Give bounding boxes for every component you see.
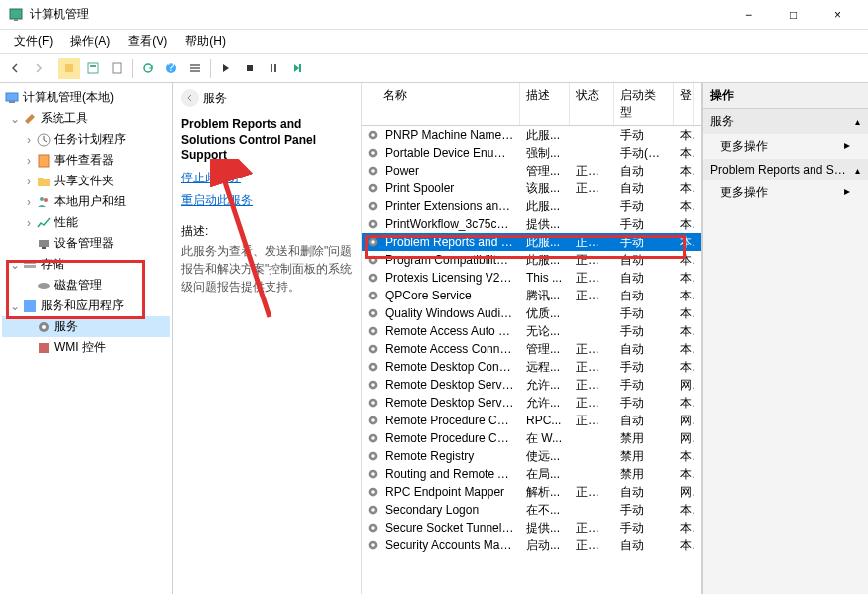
detail-back-icon[interactable]	[181, 89, 199, 107]
cell-desc: 解析...	[520, 484, 570, 501]
tree-local-users[interactable]: › 本地用户和组	[2, 191, 170, 212]
service-row[interactable]: Remote Desktop Configu...远程...正在...手动本	[362, 358, 701, 376]
cell-start: 自动	[614, 163, 674, 179]
close-button[interactable]: ×	[815, 0, 860, 30]
svg-point-34	[371, 151, 375, 155]
stop-service-link[interactable]: 停止此服务	[181, 170, 353, 186]
tree-device-manager[interactable]: 设备管理器	[2, 233, 170, 254]
cell-desc: 提供...	[520, 520, 570, 536]
list-header[interactable]: 名称 描述 状态 启动类型 登	[362, 83, 701, 126]
description-label: 描述:	[181, 223, 353, 240]
service-row[interactable]: Print Spooler该服...正在...自动本	[362, 179, 701, 197]
tree-pane[interactable]: 计算机管理(本地) ⌄ 系统工具 › 任务计划程序 › 事件查看器 › 共享文件…	[0, 83, 173, 594]
service-row[interactable]: Printer Extensions and N...此服...手动本	[362, 197, 701, 215]
cell-as: 本	[674, 234, 694, 251]
col-status[interactable]: 状态	[570, 83, 614, 125]
col-as[interactable]: 登	[674, 83, 694, 125]
service-row[interactable]: Remote Procedure Call (...在 W...禁用网	[362, 429, 701, 447]
cell-as: 本	[674, 395, 694, 412]
list-button[interactable]	[184, 58, 206, 79]
service-row[interactable]: Program Compatibility A...此服...正在...自动本	[362, 251, 701, 269]
stop-button[interactable]	[239, 58, 261, 79]
cell-name: RPC Endpoint Mapper	[380, 485, 520, 499]
cell-desc: 腾讯...	[520, 288, 570, 304]
cell-desc: 此服...	[520, 252, 570, 269]
menu-action[interactable]: 操作(A)	[62, 31, 118, 52]
export-button[interactable]	[106, 58, 128, 79]
minimize-button[interactable]: −	[726, 0, 771, 30]
window-title: 计算机管理	[30, 6, 726, 23]
service-row[interactable]: Remote Procedure Call (...RPC...正在...自动网	[362, 412, 701, 429]
detail-title-header: 服务	[203, 90, 227, 107]
service-row[interactable]: Protexis Licensing V2 x64This ...正在...自动…	[362, 269, 701, 287]
svg-rect-11	[190, 70, 200, 72]
service-row[interactable]: Secondary Logon在不...手动本	[362, 501, 701, 519]
refresh-button[interactable]	[137, 58, 159, 79]
properties-button[interactable]	[82, 58, 104, 79]
back-button[interactable]	[4, 58, 26, 79]
service-row[interactable]: Remote Registry使远...禁用本	[362, 447, 701, 465]
performance-icon	[36, 215, 52, 231]
restart-service-link[interactable]: 重启动此服务	[181, 192, 353, 209]
service-row[interactable]: Remote Access Connecti...管理...正在...自动本	[362, 340, 701, 358]
service-row[interactable]: Quality Windows Audio V...优质...手动本	[362, 304, 701, 322]
computer-icon	[4, 90, 20, 106]
actions-header: 操作	[703, 83, 868, 109]
cell-as: 本	[674, 288, 694, 304]
tree-services[interactable]: 服务	[2, 316, 170, 337]
pause-button[interactable]	[263, 58, 284, 79]
tree-disk-management[interactable]: 磁盘管理	[2, 275, 170, 296]
service-row[interactable]: Problem Reports and Sol...此服...正在...手动本	[362, 233, 701, 251]
service-row[interactable]: RPC Endpoint Mapper解析...正在...自动网	[362, 483, 701, 501]
up-button[interactable]	[58, 58, 80, 79]
tree-shared-folders[interactable]: › 共享文件夹	[2, 171, 170, 191]
tree-services-apps[interactable]: ⌄ 服务和应用程序	[2, 296, 170, 316]
tree-root[interactable]: 计算机管理(本地)	[2, 87, 170, 108]
tree-system-tools[interactable]: ⌄ 系统工具	[2, 108, 170, 129]
actions-group-selected[interactable]: Problem Reports and Sol...▴	[703, 159, 868, 180]
service-row[interactable]: PrintWorkflow_3c75c03d提供...手动本	[362, 215, 701, 233]
toolbar: ?	[0, 54, 868, 83]
restart-button[interactable]	[286, 58, 308, 79]
cell-start: 手动(触发...	[614, 145, 674, 162]
cell-start: 禁用	[614, 430, 674, 447]
help-button[interactable]: ?	[161, 58, 182, 79]
col-desc[interactable]: 描述	[520, 83, 570, 125]
menu-view[interactable]: 查看(V)	[120, 31, 175, 52]
tree-storage[interactable]: ⌄ 存储	[2, 254, 170, 275]
service-row[interactable]: QPCore Service腾讯...正在...自动本	[362, 287, 701, 304]
actions-group-services[interactable]: 服务▴	[703, 109, 868, 134]
maximize-button[interactable]: □	[771, 0, 815, 30]
service-row[interactable]: Security Accounts Manag...启动...正在...自动本	[362, 536, 701, 554]
col-start[interactable]: 启动类型	[614, 83, 674, 125]
menu-help[interactable]: 帮助(H)	[177, 31, 234, 52]
cell-start: 自动	[614, 413, 674, 429]
cell-desc: 该服...	[520, 180, 570, 197]
col-name[interactable]: 名称	[362, 83, 520, 125]
service-row[interactable]: PNRP Machine Name Pu...此服...手动本	[362, 126, 701, 144]
service-row[interactable]: Routing and Remote Acc...在局...禁用本	[362, 465, 701, 483]
play-button[interactable]	[215, 58, 237, 79]
action-more-2[interactable]: 更多操作 ▸	[703, 180, 868, 205]
cell-start: 禁用	[614, 448, 674, 465]
tree-event-viewer[interactable]: › 事件查看器	[2, 150, 170, 171]
menu-file[interactable]: 文件(F)	[6, 31, 60, 52]
forward-button[interactable]	[28, 58, 50, 79]
cell-start: 自动	[614, 537, 674, 554]
tree-wmi[interactable]: WMI 控件	[2, 337, 170, 358]
cell-start: 自动	[614, 270, 674, 287]
list-body[interactable]: PNRP Machine Name Pu...此服...手动本Portable …	[362, 126, 701, 594]
action-more-1[interactable]: 更多操作 ▸	[703, 134, 868, 159]
cell-status: 正在...	[570, 484, 614, 501]
tree-performance[interactable]: › 性能	[2, 212, 170, 233]
service-row[interactable]: Remote Desktop Service...允许...正在...手动本	[362, 394, 701, 412]
service-row[interactable]: Portable Device Enumera...强制...手动(触发...本	[362, 144, 701, 162]
service-row[interactable]: Secure Socket Tunneling ...提供...正在...手动本	[362, 519, 701, 536]
service-row[interactable]: Power管理...正在...自动本	[362, 162, 701, 179]
cell-desc: This ...	[520, 271, 570, 285]
tree-task-scheduler[interactable]: › 任务计划程序	[2, 129, 170, 150]
service-row[interactable]: Remote Access Auto Con...无论...手动本	[362, 322, 701, 340]
service-row[interactable]: Remote Desktop Services允许...正在...手动网	[362, 376, 701, 394]
svg-rect-25	[24, 265, 36, 268]
svg-point-20	[40, 197, 44, 201]
